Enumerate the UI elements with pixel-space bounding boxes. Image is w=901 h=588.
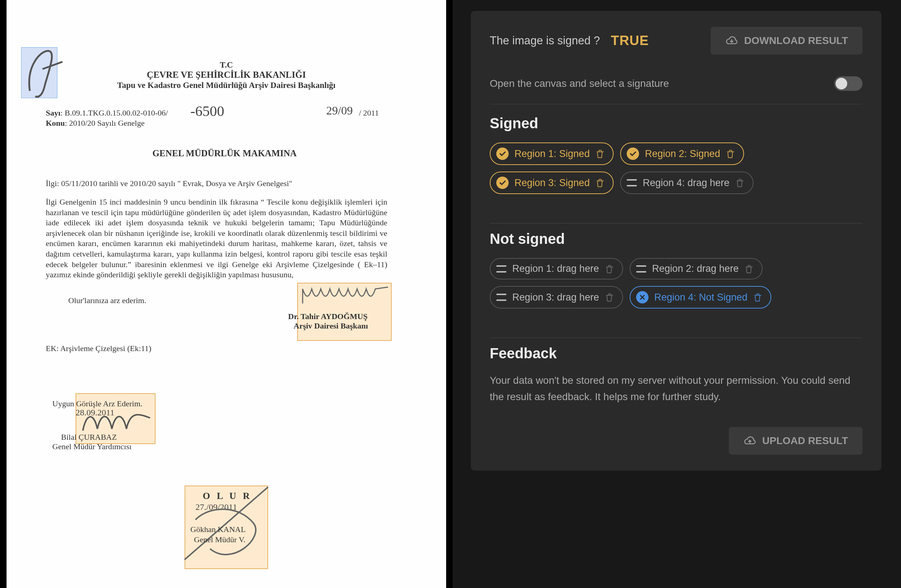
- signed-chip-row: Region 1: SignedRegion 2: SignedRegion 3…: [490, 142, 862, 194]
- chip-label: Region 3: Signed: [514, 177, 590, 189]
- region-chip[interactable]: Region 3: Signed: [490, 172, 614, 194]
- canvas-toggle-row: Open the canvas and select a signature: [490, 76, 862, 104]
- region-chip[interactable]: Region 3: drag here: [490, 286, 623, 309]
- doc-body: İlgi Genelgenin 15 inci maddesinin 9 unc…: [46, 197, 387, 280]
- chip-label: Region 1: Signed: [514, 148, 590, 159]
- trash-icon[interactable]: [726, 148, 735, 159]
- sig3-title: Genel Müdür V.: [194, 535, 246, 544]
- download-result-button[interactable]: DOWNLOAD RESULT: [711, 27, 862, 55]
- not-signed-title: Not signed: [490, 231, 862, 247]
- trash-icon[interactable]: [595, 148, 605, 159]
- trash-icon[interactable]: [595, 177, 605, 188]
- cloud-upload-icon: [744, 436, 756, 446]
- doc-sayi-handwritten: -6500: [190, 103, 224, 120]
- signed-title: Signed: [490, 115, 862, 131]
- canvas-toggle[interactable]: [834, 76, 862, 91]
- sig2-name: Bilal ÇURABAZ: [61, 432, 117, 442]
- sig2-title: Genel Müdür Yardımcısı: [52, 442, 131, 451]
- upload-label: UPLOAD RESULT: [762, 435, 848, 447]
- drag-handle-icon[interactable]: [636, 265, 646, 273]
- status-value: TRUE: [611, 33, 649, 48]
- trash-icon[interactable]: [605, 292, 614, 303]
- doc-konu: Konu: 2010/20 Sayılı Genelge: [46, 119, 145, 128]
- signature-2: [79, 407, 156, 436]
- region-chip[interactable]: Region 2: Signed: [620, 142, 744, 165]
- feedback-title: Feedback: [490, 345, 862, 362]
- status-question: The image is signed ?: [490, 34, 600, 47]
- doc-date-printed: / 2011: [359, 108, 379, 118]
- chip-label: Region 2: drag here: [652, 263, 739, 275]
- trash-icon[interactable]: [753, 292, 762, 303]
- doc-header-tc: T.C: [6, 60, 446, 70]
- download-label: DOWNLOAD RESULT: [744, 35, 848, 47]
- sig3-name: Gökhan KANAL: [190, 525, 246, 534]
- drag-handle-icon[interactable]: [496, 294, 507, 301]
- trash-icon[interactable]: [744, 264, 754, 275]
- document-viewer: T.C ÇEVRE VE ŞEHİRCİLİK BAKANLIĞI Tapu v…: [0, 0, 453, 588]
- doc-header-dept: Tapu ve Kadastro Genel Müdürlüğü Arşiv D…: [6, 81, 446, 90]
- chip-label: Region 4: Not Signed: [654, 292, 748, 303]
- check-icon: [496, 176, 509, 189]
- check-icon: [496, 148, 509, 160]
- doc-date-handwritten: 29/09: [326, 104, 353, 117]
- document-page[interactable]: T.C ÇEVRE VE ŞEHİRCİLİK BAKANLIĞI Tapu v…: [6, 0, 446, 588]
- region-chip[interactable]: Region 1: drag here: [490, 258, 623, 279]
- doc-ek: EK: Arşivleme Çizelgesi (Ek:11): [46, 344, 151, 353]
- cloud-download-icon: [725, 36, 738, 46]
- cross-icon: [636, 291, 648, 303]
- signature-1: [301, 284, 392, 309]
- doc-ilgi: İlgi: 05/11/2010 tarihli ve 2010/20 sayı…: [46, 179, 292, 188]
- drag-handle-icon[interactable]: [627, 179, 637, 186]
- not-signed-chip-row: Region 1: drag hereRegion 2: drag hereRe…: [490, 258, 862, 309]
- chip-label: Region 3: drag here: [512, 292, 599, 303]
- check-icon: [627, 148, 639, 160]
- chip-label: Region 2: Signed: [645, 148, 720, 159]
- control-panel: The image is signed ? TRUE DOWNLOAD RESU…: [453, 0, 901, 588]
- trash-icon[interactable]: [735, 177, 745, 188]
- feedback-body: Your data won't be stored on my server w…: [490, 373, 862, 405]
- canvas-toggle-label: Open the canvas and select a signature: [490, 78, 669, 89]
- region-chip[interactable]: Region 2: drag here: [630, 258, 763, 279]
- upload-result-button[interactable]: UPLOAD RESULT: [729, 427, 862, 455]
- drag-handle-icon[interactable]: [496, 265, 507, 273]
- sig1-name: Dr. Tahir AYDOĞMUŞ: [288, 312, 368, 321]
- sig1-title: Arşiv Dairesi Başkanı: [293, 321, 368, 331]
- doc-recipient: GENEL MÜDÜRLÜK MAKAMINA: [86, 148, 363, 158]
- doc-header-ministry: ÇEVRE VE ŞEHİRCİLİK BAKANLIĞI: [6, 70, 446, 80]
- region-chip[interactable]: Region 1: Signed: [490, 142, 614, 165]
- toggle-knob: [836, 78, 847, 89]
- chip-label: Region 1: drag here: [512, 263, 599, 275]
- doc-sayi: Sayı: B.09.1.TKG.0.15.00.02-010-06/: [46, 108, 168, 118]
- region-chip[interactable]: Region 4: Not Signed: [630, 286, 772, 309]
- doc-closing: Olur'larınıza arz ederim.: [68, 296, 147, 305]
- chip-label: Region 4: drag here: [643, 177, 730, 189]
- trash-icon[interactable]: [605, 264, 614, 275]
- status-row: The image is signed ? TRUE DOWNLOAD RESU…: [490, 27, 862, 55]
- region-chip[interactable]: Region 4: drag here: [620, 172, 753, 194]
